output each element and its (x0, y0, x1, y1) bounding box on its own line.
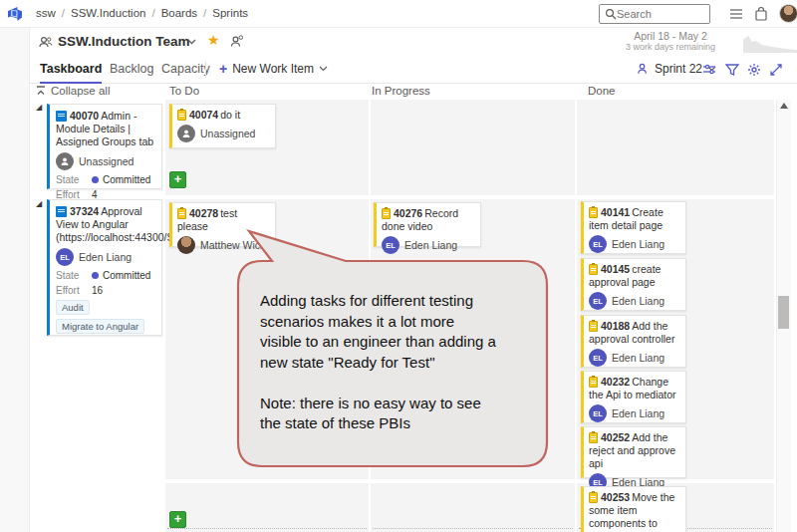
work-item-id: 37324 (70, 205, 99, 217)
state-dot (92, 272, 99, 279)
breadcrumb-separator: / (203, 7, 206, 19)
breadcrumb-sprints[interactable]: Sprints (212, 7, 248, 19)
tag-migrate-to-angular: Migrate to Angular (56, 319, 144, 334)
task-card-40232[interactable]: 40232Change the Api to mediator ELEden L… (581, 371, 686, 423)
azure-devops-logo-icon[interactable] (6, 5, 24, 23)
work-item-id: 40074 (189, 109, 218, 121)
sprint-date-range: April 18 - May 2 (606, 30, 735, 42)
assignee-name: Unassigned (200, 128, 255, 139)
task-card-40074[interactable]: 40074do it Unassigned (169, 104, 276, 148)
cell-row1-done (577, 100, 774, 195)
top-bar: ssw/SSW.Induction/Boards/Sprints (0, 0, 797, 28)
annotation-line: visible to an engineer than adding a (260, 332, 555, 353)
pbi-card-37324[interactable]: 37324Approval View to Angular (https://l… (47, 199, 162, 336)
annotation-line: Note: there is no easy way to see (260, 394, 555, 414)
add-task-button[interactable]: + (169, 171, 186, 188)
collapse-all-icon (36, 86, 46, 96)
team-icon (38, 35, 53, 50)
unassigned-avatar (177, 125, 195, 142)
drop-target-outline (167, 528, 367, 529)
breadcrumb-org[interactable]: ssw (36, 7, 56, 19)
cell-row1-inprogress (371, 100, 575, 195)
toolbar-divider (205, 62, 206, 78)
work-item-id: 40252 (601, 431, 630, 443)
scrollbar-thumb[interactable] (778, 296, 789, 329)
plus-icon: + (219, 61, 227, 77)
collapse-row-caret[interactable]: ◢ (36, 103, 42, 112)
chevron-down-icon (319, 66, 328, 72)
favorite-star-icon[interactable]: ★ (207, 32, 220, 48)
annotation-line: scenarios makes it a lot more (260, 312, 555, 333)
state-label: State (56, 174, 92, 185)
sprint-days-remaining: 3 work days remaining (606, 42, 735, 52)
task-card-40141[interactable]: 40141Create item detail page ELEden Lian… (581, 201, 686, 254)
drop-target-outline (373, 528, 573, 529)
column-header-inprogress: In Progress (372, 85, 430, 97)
chevron-down-icon[interactable] (187, 39, 196, 45)
collapse-row-caret[interactable]: ◢ (36, 199, 42, 208)
work-item-id: 40141 (601, 206, 630, 218)
cell-row3-todo (165, 483, 369, 532)
pbi-card-40070[interactable]: 40070Admin - Module Details | Assigned G… (47, 104, 162, 189)
work-item-id: 40278 (189, 207, 218, 219)
assignee-name: Eden Liang (79, 251, 132, 263)
add-task-button[interactable]: + (169, 511, 186, 528)
fullscreen-icon[interactable] (768, 62, 784, 78)
annotation-text: Adding tasks for different testing scena… (260, 291, 555, 434)
search-input[interactable] (617, 8, 696, 20)
work-item-id: 40232 (601, 376, 630, 388)
breadcrumb: ssw/SSW.Induction/Boards/Sprints (36, 7, 248, 19)
team-selector[interactable]: SSW.Induction Team (58, 34, 190, 49)
settings-gear-icon[interactable] (746, 62, 762, 78)
annotation-line (260, 373, 555, 394)
task-icon (382, 208, 391, 219)
column-header-todo: To Do (169, 85, 199, 97)
assignee-name: Eden Liang (612, 295, 664, 307)
assignee-name: Eden Liang (612, 407, 664, 419)
search-box[interactable] (599, 4, 710, 24)
view-options-icon[interactable] (701, 62, 717, 78)
list-view-icon[interactable] (728, 6, 744, 22)
pbi-icon (56, 206, 67, 217)
breadcrumb-boards[interactable]: Boards (161, 7, 197, 19)
new-work-item-button[interactable]: +New Work Item (219, 61, 328, 77)
cell-row3-inprogress (371, 483, 575, 532)
avatar-photo (177, 236, 195, 254)
work-item-title: do it (220, 109, 240, 121)
effort-value: 16 (92, 285, 103, 296)
task-icon (589, 207, 598, 218)
filter-icon[interactable] (724, 62, 740, 78)
state-dot (92, 176, 99, 183)
effort-label: Effort (56, 285, 92, 296)
assignee-name: Unassigned (79, 155, 133, 167)
work-item-id: 40188 (601, 320, 630, 332)
task-icon (589, 377, 598, 388)
annotation-line: new state "Ready for Test" (260, 353, 555, 374)
collapse-all-button[interactable]: Collapse all (36, 85, 110, 97)
breadcrumb-project[interactable]: SSW.Induction (71, 7, 145, 19)
task-icon (589, 492, 598, 503)
team-members-icon[interactable] (229, 34, 244, 49)
task-icon (589, 432, 598, 443)
work-item-id: 40276 (394, 207, 422, 219)
task-card-40253[interactable]: 40253Move the some item components to sh… (581, 486, 686, 532)
task-card-40145[interactable]: 40145create approval page ELEden Liang (581, 258, 686, 311)
user-avatar[interactable] (779, 4, 797, 23)
breadcrumb-separator: / (62, 7, 65, 19)
burndown-sparkline[interactable] (743, 31, 797, 54)
assignee-name: Eden Liang (612, 352, 664, 364)
tab-backlog[interactable]: Backlog (110, 62, 153, 82)
azure-devops-taskboard: ssw/SSW.Induction/Boards/Sprints S + ⚙ »… (0, 0, 797, 532)
task-card-40252[interactable]: 40252Add the reject and approve api ELEd… (581, 426, 686, 478)
marketplace-bag-icon[interactable] (753, 6, 769, 22)
scrollbar-up-arrow[interactable] (780, 103, 788, 109)
tab-taskboard[interactable]: Taskboard (40, 62, 102, 84)
command-bar: Taskboard Backlog Capacity +New Work Ite… (30, 56, 797, 84)
task-card-40188[interactable]: 40188Add the approval controller ELEden … (581, 315, 686, 368)
tab-capacity[interactable]: Capacity (161, 62, 210, 82)
task-icon (589, 264, 598, 275)
annotation-line: Adding tasks for different testing (260, 291, 555, 312)
avatar-initials: EL (589, 235, 607, 253)
team-header: SSW.Induction Team ★ April 18 - May 2 3 … (30, 28, 797, 56)
avatar-initials: EL (589, 292, 607, 310)
